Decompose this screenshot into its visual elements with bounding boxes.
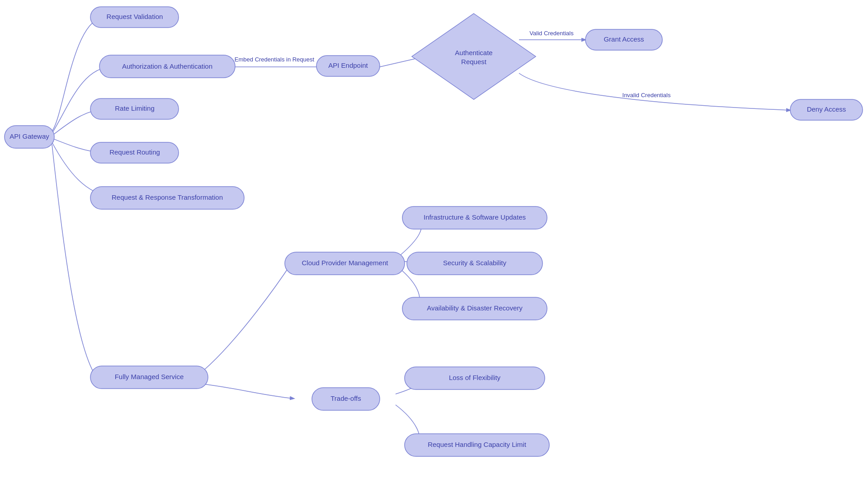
deny-access-label: Deny Access <box>807 105 846 113</box>
cloud-provider-label: Cloud Provider Management <box>302 259 389 267</box>
security-scalability-label: Security & Scalability <box>443 259 507 267</box>
auth-auth-label: Authorization & Authentication <box>122 62 212 70</box>
valid-credentials-label: Valid Credentials <box>529 30 574 37</box>
edge-gateway-managed <box>52 145 98 379</box>
request-routing-label: Request Routing <box>109 148 160 156</box>
api-endpoint-label: API Endpoint <box>328 61 368 69</box>
authenticate-request-label: Authenticate <box>455 49 492 56</box>
embed-credentials-label: Embed Credentials in Request <box>235 56 315 63</box>
edge-managed-tradeoffs <box>203 384 294 399</box>
api-gateway-label: API Gateway <box>9 132 49 140</box>
loss-flexibility-label: Loss of Flexibility <box>449 374 501 381</box>
edge-managed-cloud <box>203 263 292 371</box>
availability-dr-label: Availability & Disaster Recovery <box>427 304 523 312</box>
req-res-transform-label: Request & Response Transformation <box>112 193 223 201</box>
request-validation-label: Request Validation <box>107 13 163 20</box>
fully-managed-label: Fully Managed Service <box>115 373 184 380</box>
rate-limiting-label: Rate Limiting <box>115 104 155 112</box>
tradeoffs-label: Trade-offs <box>330 394 361 402</box>
authenticate-request-node <box>412 14 536 99</box>
authenticate-request-label2: Request <box>461 58 487 66</box>
grant-access-label: Grant Access <box>604 35 644 43</box>
req-capacity-label: Request Handling Capacity Limit <box>428 441 526 448</box>
invalid-credentials-label: Invalid Credentials <box>623 92 671 99</box>
infra-software-label: Infrastructure & Software Updates <box>424 213 526 221</box>
